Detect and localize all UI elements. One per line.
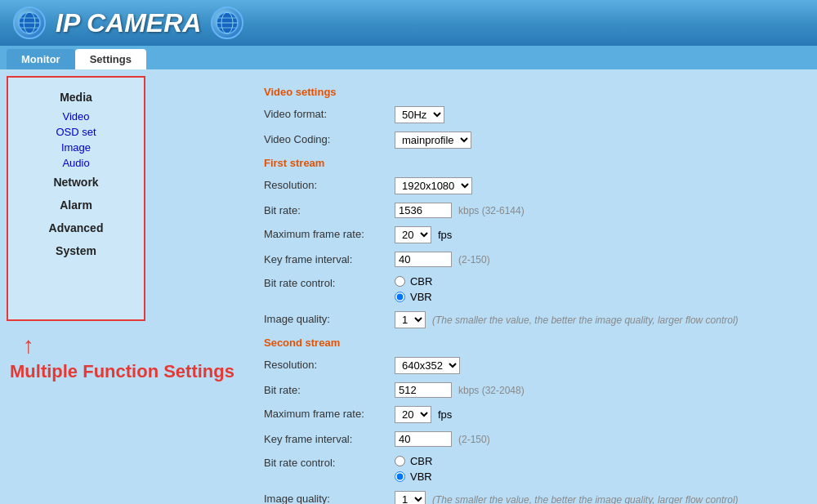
bitrate1-label: Bit rate: [264, 203, 395, 216]
bitratecontrol1-vbr-radio[interactable] [395, 292, 405, 302]
sidebar-section-system[interactable]: System [8, 239, 144, 262]
keyframe2-label: Key frame interval: [264, 431, 395, 445]
keyframe1-input[interactable] [395, 252, 452, 267]
bitratecontrol1-row: Bit rate control: CBR VBR [264, 275, 797, 303]
bitratecontrol1-label: Bit rate control: [264, 275, 395, 289]
bitrate1-input[interactable] [395, 203, 452, 218]
sidebar-section-alarm[interactable]: Alarm [8, 194, 144, 216]
bitratecontrol2-vbr-radio[interactable] [395, 471, 405, 482]
bitratecontrol1-cbr-radio[interactable] [395, 276, 405, 287]
keyframe1-control: (2-150) [395, 252, 490, 267]
video-coding-label: Video Coding: [264, 132, 395, 145]
bitrate2-row: Bit rate: kbps (32-2048) [264, 382, 797, 398]
bitrate2-control: kbps (32-2048) [395, 382, 525, 398]
app-title: IP CAMERA [56, 8, 201, 38]
resolution2-control: 640x352 320x240 160x120 [395, 357, 460, 374]
video-format-label: Video format: [264, 106, 395, 120]
keyframe2-row: Key frame interval: (2-150) [264, 431, 797, 447]
keyframe2-control: (2-150) [395, 431, 490, 447]
resolution1-control: 1920x1080 1280x720 640x480 [395, 177, 472, 194]
resolution2-label: Resolution: [264, 357, 395, 371]
maxframe1-label: Maximum frame rate: [264, 226, 395, 240]
main-layout: Media Video OSD set Image Audio Network … [0, 69, 817, 504]
video-format-row: Video format: 50Hz 60Hz [264, 106, 797, 123]
imagequality2-control: 12345 (The smaller the value, the better… [395, 491, 739, 504]
bitratecontrol2-cbr-radio[interactable] [395, 456, 405, 466]
imagequality1-hint: (The smaller the value, the better the i… [432, 314, 739, 326]
bitrate1-hint: kbps (32-6144) [458, 205, 525, 216]
keyframe1-label: Key frame interval: [264, 252, 395, 265]
video-settings-title: Video settings [264, 86, 797, 98]
annotation: ↑ Multiple Function Settings [0, 328, 244, 387]
sidebar: Media Video OSD set Image Audio Network … [7, 76, 145, 321]
annotation-text: Multiple Function Settings [7, 357, 238, 387]
bitratecontrol1-cbr-row: CBR [395, 275, 432, 288]
maxframe2-row: Maximum frame rate: 20 15 25 30 fps [264, 406, 797, 423]
bitratecontrol2-radiogroup: CBR VBR [395, 455, 432, 483]
imagequality1-control: 12345 (The smaller the value, the better… [395, 311, 739, 328]
maxframe2-control: 20 15 25 30 fps [395, 406, 452, 423]
bitratecontrol1-radiogroup: CBR VBR [395, 275, 432, 303]
bitrate1-control: kbps (32-6144) [395, 203, 525, 218]
keyframe2-hint: (2-150) [458, 434, 490, 445]
bitratecontrol1-control: CBR VBR [395, 275, 432, 303]
video-coding-control: mainprofile baseline highprofile [395, 132, 471, 149]
maxframe1-select[interactable]: 20 15 25 30 [395, 226, 431, 243]
maxframe2-label: Maximum frame rate: [264, 406, 395, 420]
imagequality2-label: Image quality: [264, 491, 395, 504]
imagequality1-label: Image quality: [264, 311, 395, 325]
header: IP CAMERA [0, 0, 817, 46]
imagequality2-select[interactable]: 12345 [395, 491, 426, 504]
resolution2-row: Resolution: 640x352 320x240 160x120 [264, 357, 797, 374]
video-format-control: 50Hz 60Hz [395, 106, 444, 123]
resolution1-row: Resolution: 1920x1080 1280x720 640x480 [264, 177, 797, 194]
imagequality1-row: Image quality: 12345 (The smaller the va… [264, 311, 797, 328]
bitratecontrol1-cbr-label: CBR [410, 275, 432, 288]
video-format-select[interactable]: 50Hz 60Hz [395, 106, 444, 123]
sidebar-outer: Media Video OSD set Image Audio Network … [0, 69, 244, 504]
second-stream-title: Second stream [264, 337, 797, 349]
bitrate1-row: Bit rate: kbps (32-6144) [264, 203, 797, 218]
video-coding-row: Video Coding: mainprofile baseline highp… [264, 132, 797, 149]
annotation-arrow: ↑ [7, 334, 238, 357]
bitratecontrol2-vbr-row: VBR [395, 471, 432, 483]
keyframe2-input[interactable] [395, 431, 452, 447]
sidebar-link-osdset[interactable]: OSD set [8, 124, 144, 140]
sidebar-section-network[interactable]: Network [8, 171, 144, 194]
imagequality2-row: Image quality: 12345 (The smaller the va… [264, 491, 797, 504]
globe-icon-left [13, 7, 46, 39]
sidebar-link-image[interactable]: Image [8, 140, 144, 155]
bitrate2-label: Bit rate: [264, 382, 395, 396]
resolution1-label: Resolution: [264, 177, 395, 191]
bitratecontrol2-cbr-label: CBR [410, 455, 432, 467]
bitratecontrol2-control: CBR VBR [395, 455, 432, 483]
resolution1-select[interactable]: 1920x1080 1280x720 640x480 [395, 177, 472, 194]
first-stream-title: First stream [264, 157, 797, 169]
bitratecontrol2-cbr-row: CBR [395, 455, 432, 467]
imagequality2-hint: (The smaller the value, the better the i… [432, 494, 739, 505]
resolution2-select[interactable]: 640x352 320x240 160x120 [395, 357, 460, 374]
tab-settings[interactable]: Settings [75, 49, 146, 69]
bitrate2-input[interactable] [395, 382, 452, 398]
bitratecontrol1-vbr-label: VBR [410, 291, 432, 303]
content-area: Video settings Video format: 50Hz 60Hz V… [244, 69, 817, 504]
maxframe1-row: Maximum frame rate: 20 15 25 30 fps [264, 226, 797, 243]
sidebar-section-advanced[interactable]: Advanced [8, 216, 144, 239]
bitratecontrol2-row: Bit rate control: CBR VBR [264, 455, 797, 483]
maxframe1-unit: fps [438, 229, 452, 241]
bitratecontrol2-label: Bit rate control: [264, 455, 395, 469]
imagequality1-select[interactable]: 12345 [395, 311, 426, 328]
sidebar-section-media: Media [8, 86, 144, 109]
keyframe1-hint: (2-150) [458, 254, 490, 265]
sidebar-link-video[interactable]: Video [8, 109, 144, 124]
video-coding-select[interactable]: mainprofile baseline highprofile [395, 132, 471, 149]
nav-tabs: Monitor Settings [0, 46, 817, 69]
sidebar-link-audio[interactable]: Audio [8, 155, 144, 171]
keyframe1-row: Key frame interval: (2-150) [264, 252, 797, 267]
globe-icon-right [211, 7, 243, 39]
tab-monitor[interactable]: Monitor [7, 49, 75, 69]
bitratecontrol2-vbr-label: VBR [410, 471, 432, 483]
maxframe2-unit: fps [438, 408, 452, 421]
maxframe2-select[interactable]: 20 15 25 30 [395, 406, 431, 423]
maxframe1-control: 20 15 25 30 fps [395, 226, 452, 243]
